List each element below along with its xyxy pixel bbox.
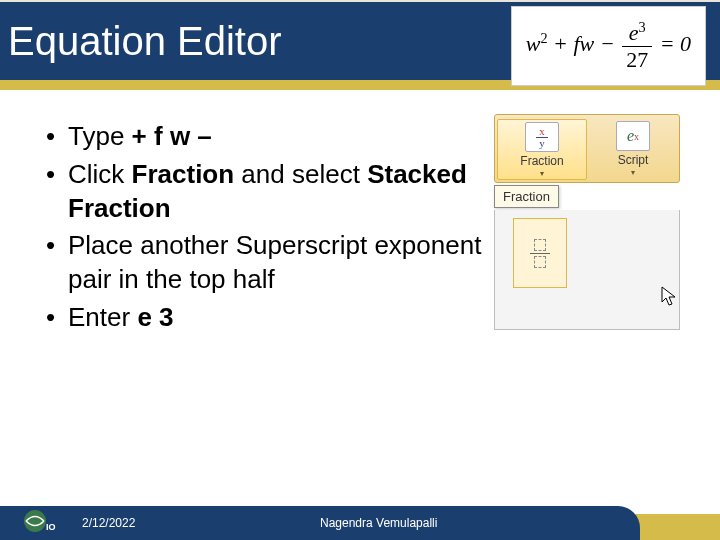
stacked-fraction-option[interactable] — [513, 218, 567, 288]
list-item: Enter e 3 — [40, 301, 486, 335]
slide-title: Equation Editor — [8, 19, 282, 64]
eq-fraction: e327 — [622, 19, 652, 73]
footer-date: 2/12/2022 — [82, 516, 135, 530]
script-button[interactable]: ex Script ▾ — [589, 119, 677, 180]
instruction-list: Type + f w – Click Fraction and select S… — [40, 120, 486, 339]
chevron-down-icon: ▾ — [540, 169, 544, 178]
footer: 2/12/2022 Nagendra Vemulapalli IOI — [0, 504, 720, 540]
cursor-icon — [661, 286, 679, 313]
logo-icon: IOI — [20, 506, 56, 536]
fraction-button[interactable]: xy Fraction ▾ — [497, 119, 587, 180]
list-item: Place another Superscript exponent pair … — [40, 229, 486, 297]
list-item: Type + f w – — [40, 120, 486, 154]
ribbon-screenshot: xy Fraction ▾ ex Script ▾ Fraction — [494, 114, 680, 339]
svg-text:IOI: IOI — [46, 522, 56, 532]
fraction-gallery — [494, 210, 680, 330]
equation-preview: w2 + fw − e327 = 0 — [511, 6, 706, 86]
footer-author: Nagendra Vemulapalli — [320, 516, 437, 530]
list-item: Click Fraction and select Stacked Fracti… — [40, 158, 486, 226]
fraction-icon: xy — [525, 122, 559, 152]
stacked-fraction-icon — [530, 237, 550, 270]
chevron-down-icon: ▾ — [631, 168, 635, 177]
ribbon-structures-group: xy Fraction ▾ ex Script ▾ — [494, 114, 680, 183]
eq-w: w2 — [526, 31, 548, 56]
tooltip: Fraction — [494, 185, 559, 208]
script-icon: ex — [616, 121, 650, 151]
